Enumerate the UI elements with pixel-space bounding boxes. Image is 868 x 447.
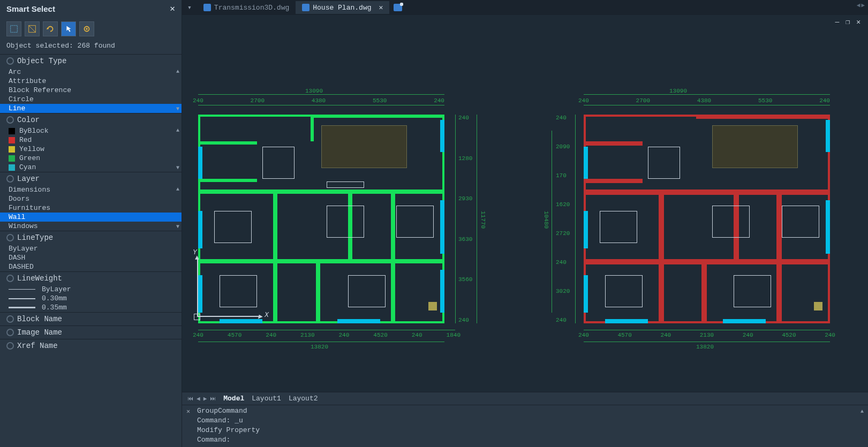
section-layer[interactable]: Layer (0, 172, 182, 185)
tab-label: House Plan.dwg (313, 4, 371, 12)
command-close-icon[interactable]: ✕ (186, 407, 190, 415)
bed (220, 275, 257, 307)
first-icon[interactable]: ⏮ (187, 395, 193, 402)
section-linetype[interactable]: LineType (0, 231, 182, 244)
dim-row-bottom: 240 4570 240 2130 240 4520 240 (578, 332, 835, 338)
settings-icon[interactable] (79, 21, 94, 36)
layout-tab[interactable]: Layout1 (252, 395, 281, 403)
window-controls: — ❐ ✕ (182, 15, 868, 29)
last-icon[interactable]: ⏭ (210, 395, 216, 402)
radio-icon (6, 57, 14, 65)
select-crossing-icon[interactable] (25, 21, 40, 36)
layout-tab-bar: ⏮ ◀ ▶ ⏭ Model Layout1 Layout2 (182, 392, 868, 405)
section-object-type[interactable]: Object Type (0, 55, 182, 67)
command-line: GroupCommand (187, 406, 863, 416)
window (198, 211, 202, 248)
list-item[interactable]: Block Reference (0, 86, 182, 95)
lineweight-item[interactable]: 0.35mm (0, 303, 182, 312)
panel-title: Smart Select (6, 4, 55, 13)
color-item[interactable]: Cyan (0, 163, 182, 172)
scroll-down-icon[interactable]: ▼ (176, 106, 179, 112)
color-item[interactable]: ByBlock (0, 126, 182, 135)
scroll-up-icon[interactable]: ▲ (176, 69, 179, 74)
selection-status: Object selected: 268 found (0, 41, 182, 54)
radio-icon (6, 275, 14, 282)
window (198, 147, 202, 179)
drawing-canvas[interactable]: 13090 240 2700 4380 5530 240 (182, 29, 868, 392)
color-item[interactable]: Yellow (0, 145, 182, 154)
svg-marker-4 (66, 26, 71, 32)
main-area: ▾ Transmission3D.dwg House Plan.dwg ✕ ◀ … (182, 0, 868, 447)
panel-toolbar (0, 17, 182, 41)
list-item[interactable]: Circle (0, 95, 182, 104)
color-swatch (9, 164, 15, 171)
bed (327, 206, 364, 238)
close-window-icon[interactable]: ✕ (856, 18, 861, 26)
list-item[interactable]: Arc (0, 67, 182, 77)
radio-icon (6, 315, 14, 323)
svg-line-2 (29, 26, 36, 33)
command-expand-icon[interactable]: ▲ (861, 408, 864, 414)
lineweight-item[interactable]: 0.30mm (0, 294, 182, 303)
command-window[interactable]: ✕ ▲ GroupCommand Command: _u Modify Prop… (182, 405, 868, 447)
window (220, 319, 262, 323)
floor-plan-left: 13090 240 2700 4380 5530 240 (187, 88, 487, 355)
color-swatch (9, 128, 15, 134)
color-swatch (9, 155, 15, 162)
section-color[interactable]: Color (0, 113, 182, 126)
radio-icon (6, 329, 14, 336)
object-type-list: Arc Attribute Block Reference Circle Lin… (0, 67, 182, 113)
maximize-icon[interactable]: ❐ (846, 18, 850, 26)
layout-tab[interactable]: Model (223, 395, 244, 403)
prev-icon[interactable]: ◀ (197, 395, 200, 402)
file-tab[interactable]: House Plan.dwg ✕ (296, 1, 389, 14)
new-tab-icon[interactable] (394, 4, 402, 11)
list-item[interactable]: Wall (0, 213, 182, 222)
tab-close-icon[interactable]: ✕ (379, 3, 383, 12)
list-item[interactable]: Doors (0, 194, 182, 203)
scroll-down-icon[interactable]: ▼ (176, 224, 179, 230)
window (440, 120, 444, 152)
list-item[interactable]: DASHED (0, 262, 182, 271)
list-item[interactable]: Line (0, 104, 182, 113)
dining-table (262, 147, 295, 179)
list-item[interactable]: Attribute (0, 77, 182, 86)
list-item[interactable]: Dimensions (0, 185, 182, 194)
scroll-up-icon[interactable]: ▲ (176, 127, 179, 133)
section-xref-name[interactable]: Xref Name (0, 339, 182, 352)
dim-row-top: 240 2700 4380 5530 240 (578, 97, 830, 104)
color-list: ByBlock Red Yellow Green Cyan ▲▼ (0, 126, 182, 172)
minimize-icon[interactable]: — (835, 18, 840, 26)
next-icon[interactable]: ▶ (203, 395, 207, 402)
block (428, 302, 437, 310)
section-lineweight[interactable]: LineWeight (0, 272, 182, 285)
list-item[interactable]: Furnitures (0, 203, 182, 213)
panel-header: Smart Select ✕ (0, 0, 182, 17)
sofa (327, 181, 364, 188)
close-icon[interactable]: ✕ (170, 3, 175, 14)
window (198, 275, 202, 313)
lineweight-item[interactable]: ByLayer (0, 285, 182, 294)
file-tab[interactable]: Transmission3D.dwg (197, 2, 296, 14)
list-item[interactable]: ByLayer (0, 244, 182, 253)
command-line: Command: _u (187, 416, 863, 426)
file-tab-bar: ▾ Transmission3D.dwg House Plan.dwg ✕ ◀ … (182, 0, 868, 15)
bed (214, 211, 252, 243)
scroll-up-icon[interactable]: ▲ (176, 186, 179, 192)
scroll-down-icon[interactable]: ▼ (176, 165, 179, 171)
select-window-icon[interactable] (6, 21, 21, 36)
pick-icon[interactable] (61, 21, 76, 36)
window (337, 319, 380, 323)
section-image-name[interactable]: Image Name (0, 326, 182, 339)
dwg-icon (302, 4, 310, 11)
tab-prev-icon[interactable]: ◀ (857, 2, 861, 9)
color-item[interactable]: Red (0, 135, 182, 145)
list-item[interactable]: Windows (0, 222, 182, 231)
refresh-icon[interactable] (43, 21, 58, 36)
tab-menu-icon[interactable]: ▾ (182, 3, 197, 12)
tab-next-icon[interactable]: ▶ (861, 2, 865, 9)
list-item[interactable]: DASH (0, 253, 182, 262)
section-block-name[interactable]: Block Name (0, 313, 182, 325)
layout-tab[interactable]: Layout2 (289, 395, 318, 403)
color-item[interactable]: Green (0, 154, 182, 163)
